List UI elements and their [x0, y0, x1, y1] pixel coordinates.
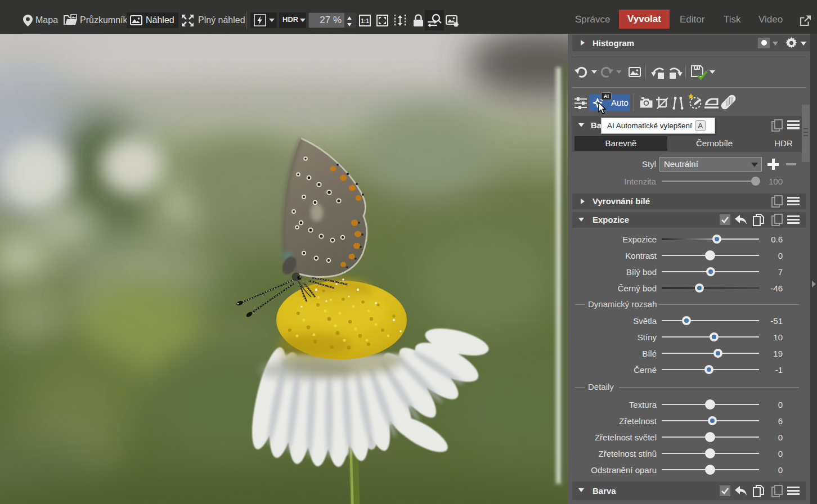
svg-text:1:1: 1:1: [361, 18, 369, 24]
